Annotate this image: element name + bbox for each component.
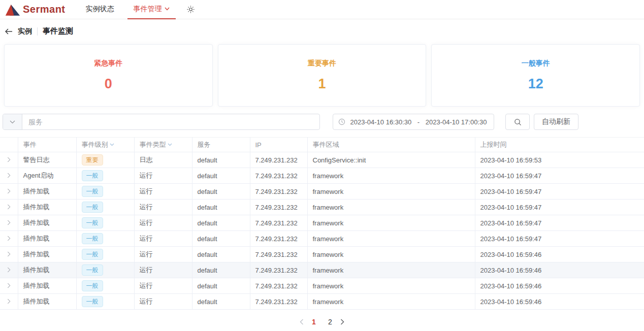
expand-cell[interactable] xyxy=(0,294,18,310)
back-button[interactable] xyxy=(5,28,13,35)
table-row[interactable]: 插件加载 一般 运行 default 7.249.231.232 framewo… xyxy=(0,278,644,294)
date-end-input[interactable]: 2023-04-10 17:00:30 xyxy=(424,118,489,126)
chevron-right-icon xyxy=(7,267,11,273)
cell-ip: 7.249.231.232 xyxy=(250,168,307,184)
nav-item-label: 事件管理 xyxy=(134,5,162,14)
breadcrumb-instances-link[interactable]: 实例 xyxy=(18,27,32,36)
cell-ip: 7.249.231.232 xyxy=(250,152,307,168)
cell-ip: 7.249.231.232 xyxy=(250,215,307,231)
cell-event-type: 运行 xyxy=(134,215,192,231)
column-header-event-level[interactable]: 事件级别 xyxy=(76,138,134,152)
sun-icon xyxy=(187,6,195,13)
expand-cell[interactable] xyxy=(0,184,18,200)
chevron-right-icon xyxy=(7,283,11,288)
cell-event-type: 运行 xyxy=(134,262,192,278)
cell-service: default xyxy=(192,215,250,231)
cell-event: 插件加载 xyxy=(18,231,76,247)
expand-cell[interactable] xyxy=(0,262,18,278)
expand-cell[interactable] xyxy=(0,152,18,168)
cell-event-level: 重要 xyxy=(76,152,134,168)
service-search-input[interactable] xyxy=(22,114,319,129)
chevron-down-icon xyxy=(10,120,15,124)
date-range-picker[interactable]: 2023-04-10 16:30:30 - 2023-04-10 17:00:3… xyxy=(333,114,494,130)
cell-scope: framework xyxy=(307,215,475,231)
cell-event-level: 一般 xyxy=(76,184,134,200)
date-separator: - xyxy=(416,118,421,126)
page-button-1[interactable]: 1 xyxy=(308,316,320,328)
cell-ip: 7.249.231.232 xyxy=(250,278,307,294)
cell-report-time: 2023-04-10 16:59:53 xyxy=(475,152,644,168)
cell-report-time: 2023-04-10 16:59:47 xyxy=(475,168,644,184)
table-row[interactable]: 插件加载 一般 运行 default 7.249.231.232 framewo… xyxy=(0,200,644,215)
breadcrumb-divider xyxy=(37,27,38,36)
cell-event: 插件加载 xyxy=(18,278,76,294)
sermant-logo-icon xyxy=(5,3,20,16)
cell-ip: 7.249.231.232 xyxy=(250,247,307,262)
nav-item-instance-status[interactable]: 实例状态 xyxy=(80,0,120,19)
auto-refresh-button[interactable]: 自动刷新 xyxy=(534,114,578,130)
chevron-right-icon xyxy=(340,319,344,325)
table-row[interactable]: 插件加载 一般 运行 default 7.249.231.232 framewo… xyxy=(0,294,644,310)
event-level-badge: 一般 xyxy=(82,249,103,260)
table-row[interactable]: 插件加载 一般 运行 default 7.249.231.232 framewo… xyxy=(0,247,644,262)
table-row[interactable]: 警告日志 重要 日志 default 7.249.231.232 ConfigS… xyxy=(0,152,644,168)
chevron-right-icon xyxy=(7,220,11,225)
cell-scope: framework xyxy=(307,184,475,200)
cell-scope: framework xyxy=(307,200,475,215)
brand-logo[interactable]: Sermant xyxy=(5,3,66,16)
cell-event-level: 一般 xyxy=(76,294,134,310)
table-row[interactable]: 插件加载 一般 运行 default 7.249.231.232 framewo… xyxy=(0,262,644,278)
cell-event-level: 一般 xyxy=(76,278,134,294)
cell-report-time: 2023-04-10 16:59:46 xyxy=(475,247,644,262)
cell-event-type: 日志 xyxy=(134,152,192,168)
expand-cell[interactable] xyxy=(0,278,18,294)
event-level-badge: 一般 xyxy=(82,280,103,291)
cell-service: default xyxy=(192,200,250,215)
column-header-service: 服务 xyxy=(192,138,250,152)
table-header-row: 事件 事件级别 事件类型 服务 IP 事件区域 上报时间 xyxy=(0,138,644,152)
expand-cell[interactable] xyxy=(0,247,18,262)
table-row[interactable]: 插件加载 一般 运行 default 7.249.231.232 framewo… xyxy=(0,231,644,247)
search-button[interactable] xyxy=(505,114,530,130)
table-row[interactable]: Agent启动 一般 运行 default 7.249.231.232 fram… xyxy=(0,168,644,184)
chevron-right-icon xyxy=(7,236,11,241)
date-start-input[interactable]: 2023-04-10 16:30:30 xyxy=(348,118,413,126)
cell-event-level: 一般 xyxy=(76,231,134,247)
event-level-badge: 一般 xyxy=(82,296,103,307)
cell-report-time: 2023-04-10 16:59:46 xyxy=(475,262,644,278)
expand-cell[interactable] xyxy=(0,168,18,184)
expand-cell[interactable] xyxy=(0,215,18,231)
cell-event-level: 一般 xyxy=(76,168,134,184)
cell-report-time: 2023-04-10 16:59:46 xyxy=(475,278,644,294)
table-row[interactable]: 插件加载 一般 运行 default 7.249.231.232 framewo… xyxy=(0,184,644,200)
cell-event: 插件加载 xyxy=(18,200,76,215)
cell-event-level: 一般 xyxy=(76,215,134,231)
next-page-button[interactable] xyxy=(340,319,344,325)
cell-event: 插件加载 xyxy=(18,184,76,200)
expand-cell[interactable] xyxy=(0,231,18,247)
expand-cell[interactable] xyxy=(0,200,18,215)
table-row[interactable]: 插件加载 一般 运行 default 7.249.231.232 framewo… xyxy=(0,215,644,231)
cell-scope: framework xyxy=(307,247,475,262)
card-label: 紧急事件 xyxy=(94,59,122,68)
page-button-2[interactable]: 2 xyxy=(324,316,336,328)
prev-page-button[interactable] xyxy=(300,319,304,325)
column-header-report-time: 上报时间 xyxy=(475,138,644,152)
theme-toggle-button[interactable] xyxy=(187,6,195,13)
chevron-down-icon xyxy=(165,7,170,11)
cell-service: default xyxy=(192,247,250,262)
cell-ip: 7.249.231.232 xyxy=(250,200,307,215)
cell-event: 插件加载 xyxy=(18,247,76,262)
card-urgent-events: 紧急事件 0 xyxy=(4,44,213,107)
cell-report-time: 2023-04-10 16:59:46 xyxy=(475,294,644,310)
service-filter-group xyxy=(3,114,320,130)
stat-cards: 紧急事件 0 重要事件 1 一般事件 12 xyxy=(0,39,644,107)
nav-item-event-management[interactable]: 事件管理 xyxy=(127,0,176,19)
service-filter-dropdown[interactable] xyxy=(3,114,22,129)
brand-name: Sermant xyxy=(23,4,66,15)
column-header-event-type[interactable]: 事件类型 xyxy=(134,138,192,152)
cell-scope: framework xyxy=(307,231,475,247)
card-normal-events: 一般事件 12 xyxy=(431,44,640,107)
cell-event: 插件加载 xyxy=(18,262,76,278)
chevron-right-icon xyxy=(7,251,11,257)
